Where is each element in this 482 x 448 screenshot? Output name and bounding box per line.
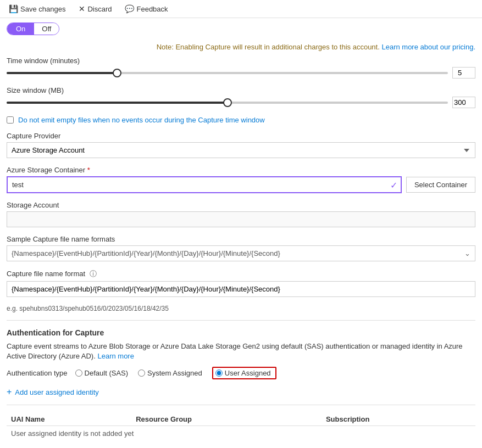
col-subscription: Subscription (322, 413, 475, 426)
sample-format-label: Sample Capture file name formats (7, 235, 475, 243)
feedback-icon: 💬 (125, 4, 134, 13)
capture-provider-label: Capture Provider (7, 132, 475, 140)
time-window-section: Time window (minutes) (7, 57, 475, 79)
radio-system-assigned-label[interactable]: System Assigned (147, 369, 202, 377)
capture-format-section: Capture file name format ⓘ (7, 269, 475, 297)
auth-type-row: Authentication type Default (SAS) System… (7, 367, 475, 379)
on-off-toggle[interactable]: On Off (7, 23, 59, 35)
radio-user-assigned-label[interactable]: User Assigned (225, 369, 271, 377)
sample-format-section: Sample Capture file name formats {Namesp… (7, 235, 475, 261)
radio-user-assigned-highlighted: User Assigned (212, 367, 276, 379)
container-input-wrapper: ✓ (7, 176, 402, 193)
toggle-off[interactable]: Off (34, 23, 59, 35)
add-identity-link[interactable]: + Add user assigned identity (7, 387, 475, 397)
container-input-row: ✓ Select Container (7, 176, 475, 193)
container-check-icon: ✓ (390, 180, 397, 190)
col-uai-name: UAI Name (7, 413, 131, 426)
uai-table: UAI Name Resource Group Subscription Use… (7, 413, 475, 441)
section-divider (7, 320, 475, 321)
table-divider (7, 405, 475, 405)
note-banner: Note: Enabling Capture will result in ad… (0, 40, 482, 57)
capture-format-label: Capture file name format ⓘ (7, 269, 475, 279)
size-window-label: Size window (MB) (7, 86, 475, 94)
size-window-section: Size window (MB) (7, 86, 475, 108)
toolbar: 💾 Save changes ✕ Discard 💬 Feedback (0, 0, 482, 18)
learn-more-link[interactable]: Learn more (97, 352, 134, 360)
pricing-link[interactable]: Learn more about our pricing. (381, 43, 475, 51)
save-icon: 💾 (9, 4, 18, 13)
select-container-button[interactable]: Select Container (406, 177, 475, 193)
discard-icon: ✕ (79, 4, 85, 13)
required-indicator: * (87, 166, 90, 174)
auth-heading: Authentication for Capture (7, 328, 475, 337)
radio-default-sas-label[interactable]: Default (SAS) (85, 369, 128, 377)
storage-account-label: Storage Account (7, 201, 475, 209)
no-empty-files-label[interactable]: Do not emit empty files when no events o… (18, 116, 265, 124)
uai-header-row: UAI Name Resource Group Subscription (7, 413, 475, 426)
sample-format-display[interactable]: {Namespace}/{EventHub}/{PartitionId}/{Ye… (7, 245, 475, 261)
info-icon: ⓘ (90, 270, 97, 278)
capture-provider-select[interactable]: Azure Storage Account Azure Data Lake St… (7, 142, 475, 158)
time-window-label: Time window (minutes) (7, 57, 475, 65)
uai-empty-row: User assigned identity is not added yet (7, 426, 475, 441)
capture-provider-section: Capture Provider Azure Storage Account A… (7, 132, 475, 158)
auth-type-label: Authentication type (7, 369, 68, 377)
uai-table-header: UAI Name Resource Group Subscription (7, 413, 475, 426)
storage-account-input[interactable] (7, 211, 475, 227)
plus-icon: + (7, 387, 12, 397)
feedback-button[interactable]: 💬 Feedback (123, 3, 170, 14)
main-content: Time window (minutes) Size window (MB) D… (0, 57, 482, 448)
size-window-thumb[interactable] (223, 98, 232, 107)
example-text: e.g. spehubns0313/spehub0516/0/2023/05/1… (7, 305, 475, 312)
capture-toggle-container: On Off (0, 18, 482, 40)
auth-section: Authentication for Capture Capture event… (7, 328, 475, 379)
size-window-track[interactable] (7, 102, 448, 104)
time-window-thumb[interactable] (113, 69, 121, 77)
capture-format-input[interactable] (7, 281, 475, 297)
discard-button[interactable]: ✕ Discard (76, 3, 114, 14)
col-resource-group: Resource Group (131, 413, 322, 426)
storage-account-section: Storage Account (7, 201, 475, 227)
radio-system-assigned: System Assigned (138, 369, 202, 377)
time-window-track[interactable] (7, 72, 448, 74)
size-window-fill (7, 102, 228, 104)
auth-description: Capture event streams to Azure Blob Stor… (7, 341, 475, 361)
time-window-value[interactable] (452, 67, 475, 79)
size-window-slider-row (7, 97, 475, 108)
no-empty-files-checkbox[interactable] (7, 116, 14, 124)
empty-files-checkbox-row: Do not emit empty files when no events o… (7, 116, 475, 124)
radio-default-sas-input[interactable] (75, 369, 82, 377)
time-window-fill (7, 72, 117, 74)
uai-table-body: User assigned identity is not added yet (7, 426, 475, 441)
uai-empty-message: User assigned identity is not added yet (7, 426, 475, 441)
container-input-field[interactable] (7, 176, 402, 193)
azure-container-label: Azure Storage Container * (7, 166, 475, 174)
azure-container-section: Azure Storage Container * ✓ Select Conta… (7, 166, 475, 193)
toggle-on[interactable]: On (7, 23, 34, 35)
radio-user-assigned-input[interactable] (215, 369, 223, 377)
radio-system-assigned-input[interactable] (138, 369, 145, 377)
time-window-slider-row (7, 67, 475, 79)
size-window-value[interactable] (452, 97, 475, 108)
radio-default-sas: Default (SAS) (75, 369, 128, 377)
save-button[interactable]: 💾 Save changes (7, 3, 68, 14)
chevron-down-icon: ⌄ (464, 249, 470, 257)
